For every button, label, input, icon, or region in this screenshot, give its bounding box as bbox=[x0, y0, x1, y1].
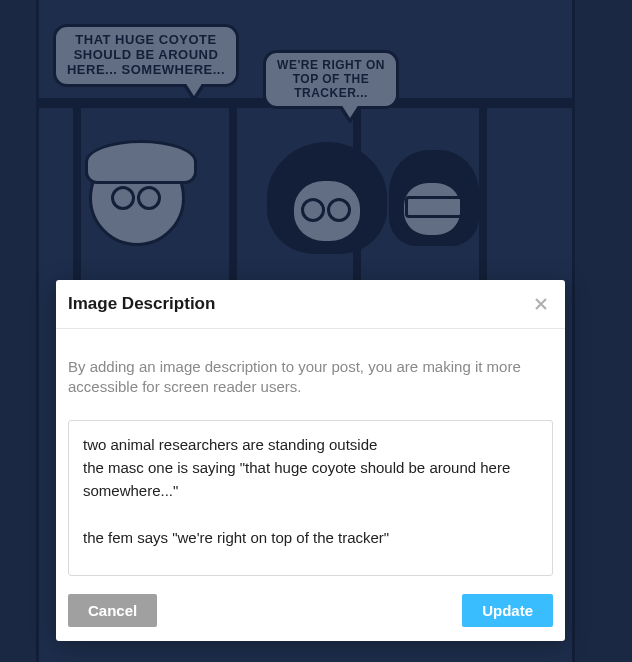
image-description-modal: Image Description By adding an image des… bbox=[56, 280, 565, 641]
update-button[interactable]: Update bbox=[462, 594, 553, 627]
modal-title: Image Description bbox=[68, 294, 215, 314]
image-description-input[interactable] bbox=[68, 420, 553, 576]
close-icon bbox=[533, 296, 549, 312]
cancel-button[interactable]: Cancel bbox=[68, 594, 157, 627]
modal-footer: Cancel Update bbox=[56, 594, 565, 641]
modal-body: By adding an image description to your p… bbox=[56, 329, 565, 594]
help-text: By adding an image description to your p… bbox=[68, 357, 553, 398]
close-button[interactable] bbox=[531, 294, 551, 314]
modal-header: Image Description bbox=[56, 280, 565, 329]
